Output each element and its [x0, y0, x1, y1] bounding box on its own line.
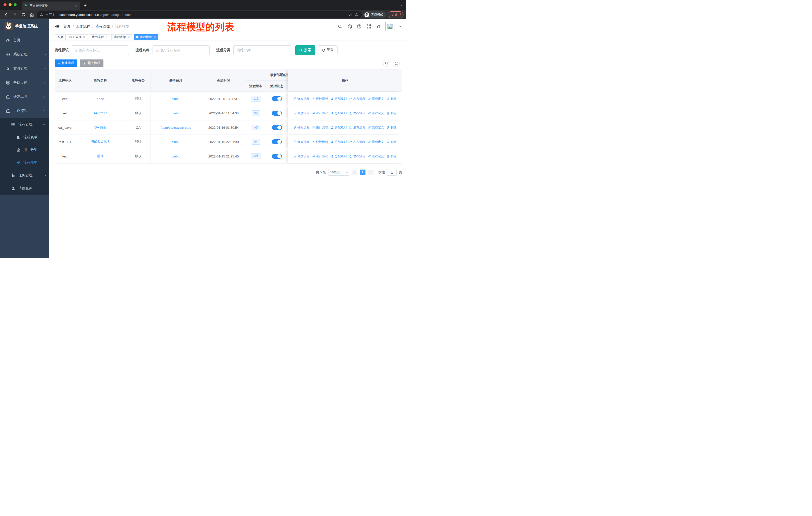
- publish-process-action[interactable]: 发布流程: [349, 154, 365, 159]
- tab-search-chevron-icon[interactable]: ⌄: [400, 3, 403, 6]
- active-toggle[interactable]: [272, 111, 282, 116]
- delete-action[interactable]: 删除: [387, 140, 397, 144]
- process-definition-action[interactable]: 流程定义: [368, 97, 384, 101]
- version-badge[interactable]: v5: [252, 125, 260, 130]
- tag-close-icon[interactable]: ✕: [127, 35, 129, 39]
- avatar[interactable]: [385, 22, 395, 31]
- edit-process-action[interactable]: 修改流程: [293, 154, 309, 159]
- process-name-link[interactable]: 测试多审批人: [91, 140, 110, 144]
- active-toggle[interactable]: [272, 154, 282, 159]
- edit-process-action[interactable]: 修改流程: [293, 140, 309, 144]
- sidebar-item-process-model[interactable]: 流程模型: [0, 156, 49, 169]
- process-name-input[interactable]: [152, 45, 210, 55]
- breadcrumb-process-management[interactable]: 流程管理: [96, 24, 110, 29]
- publish-process-action[interactable]: 发布流程: [349, 111, 365, 115]
- sidebar-item-payment[interactable]: ¥ 支付管理: [0, 61, 49, 76]
- minimize-window-button[interactable]: [8, 3, 11, 6]
- current-page[interactable]: 1: [360, 169, 366, 175]
- process-definition-action[interactable]: 流程定义: [368, 111, 384, 115]
- design-process-action[interactable]: 设计流程: [312, 154, 328, 159]
- form-info-link[interactable]: biubiu: [171, 155, 180, 158]
- sidebar-item-workflow[interactable]: 工作流程: [0, 104, 49, 118]
- version-badge[interactable]: v17: [251, 96, 261, 102]
- tag-close-icon[interactable]: ✕: [105, 35, 108, 39]
- tag-tenant[interactable]: 租户管理✕: [67, 34, 88, 40]
- tag-home[interactable]: 首页: [55, 34, 66, 40]
- process-id-input[interactable]: [72, 45, 129, 55]
- address-bar[interactable]: 不安全 dashboard.yudao.iocoder.cn/bpm/manag…: [37, 11, 362, 18]
- sidebar-item-leave-query[interactable]: 请假查询: [0, 182, 49, 195]
- sidebar-item-process-management[interactable]: 流程管理: [0, 118, 49, 131]
- sidebar-item-home[interactable]: 首页: [0, 33, 49, 47]
- process-definition-action[interactable]: 流程定义: [368, 126, 384, 130]
- search-button[interactable]: 搜索: [295, 45, 315, 55]
- breadcrumb-workflow[interactable]: 工作流程: [76, 24, 90, 29]
- publish-process-action[interactable]: 发布流程: [349, 126, 365, 130]
- active-toggle[interactable]: [272, 139, 282, 144]
- active-toggle[interactable]: [272, 125, 282, 130]
- page-size-select[interactable]: 10条/页: [328, 169, 349, 175]
- assign-rule-action[interactable]: 分配规则: [331, 140, 347, 144]
- create-process-button[interactable]: + 新建流程: [55, 59, 77, 67]
- password-key-icon[interactable]: [348, 12, 352, 17]
- form-info-link[interactable]: /bpm/oa/leave/create: [161, 126, 191, 130]
- design-process-action[interactable]: 设计流程: [312, 140, 328, 144]
- publish-process-action[interactable]: 发布流程: [349, 97, 365, 101]
- edit-process-action[interactable]: 修改流程: [293, 126, 309, 130]
- sidebar-logo-row[interactable]: 芋道管理系统: [0, 19, 49, 33]
- next-page-button[interactable]: ›: [368, 169, 374, 175]
- version-badge[interactable]: v21: [251, 154, 261, 159]
- prev-page-button[interactable]: ‹: [352, 169, 357, 175]
- version-badge[interactable]: v4: [252, 139, 260, 145]
- assign-rule-action[interactable]: 分配规则: [331, 126, 347, 130]
- tag-close-icon[interactable]: ✕: [153, 35, 156, 39]
- home-icon[interactable]: [28, 11, 35, 18]
- assign-rule-action[interactable]: 分配规则: [331, 97, 347, 101]
- form-info-link[interactable]: biubiu: [171, 97, 180, 101]
- tab-close-icon[interactable]: ✕: [75, 4, 78, 8]
- process-definition-action[interactable]: 流程定义: [368, 154, 384, 159]
- tag-process-model[interactable]: 流程模型✕: [134, 34, 158, 40]
- edit-process-action[interactable]: 修改流程: [293, 97, 309, 101]
- sidebar-item-task-management[interactable]: 任务管理: [0, 169, 49, 182]
- process-name-link[interactable]: 自己审批: [94, 111, 107, 115]
- breadcrumb-home[interactable]: 首页: [63, 24, 70, 29]
- design-process-action[interactable]: 设计流程: [312, 126, 328, 130]
- assign-rule-action[interactable]: 分配规则: [331, 154, 347, 159]
- tag-process-form[interactable]: 流程表单✕: [111, 34, 132, 40]
- help-icon[interactable]: [357, 24, 362, 29]
- update-browser-button[interactable]: 更新: [388, 11, 404, 18]
- forward-icon[interactable]: [11, 11, 18, 18]
- new-tab-button[interactable]: +: [84, 3, 87, 8]
- form-info-link[interactable]: biubiu: [171, 111, 180, 115]
- tag-close-icon[interactable]: ✕: [83, 35, 85, 39]
- bookmark-star-icon[interactable]: [354, 12, 359, 17]
- design-process-action[interactable]: 设计流程: [312, 111, 328, 115]
- hide-search-button[interactable]: [383, 60, 390, 67]
- fullscreen-icon[interactable]: [366, 24, 371, 29]
- sidebar-item-system[interactable]: 系统管理: [0, 47, 49, 61]
- maximize-window-button[interactable]: [13, 3, 17, 6]
- sidebar-item-user-group[interactable]: 用户分组: [0, 144, 49, 156]
- process-category-select[interactable]: 流程分类: [233, 45, 291, 55]
- avatar-caret-icon[interactable]: [399, 26, 402, 27]
- browser-tab[interactable]: 芋道管理系统 ✕: [22, 1, 80, 10]
- back-icon[interactable]: [2, 11, 9, 18]
- delete-action[interactable]: 删除: [387, 154, 397, 159]
- delete-action[interactable]: 删除: [387, 97, 397, 101]
- sidebar-item-process-form[interactable]: 流程表单: [0, 131, 49, 144]
- search-icon[interactable]: [338, 24, 343, 29]
- process-definition-action[interactable]: 流程定义: [368, 140, 384, 144]
- process-name-link[interactable]: 滔博: [97, 154, 104, 159]
- tag-my-process[interactable]: 我的流程✕: [89, 34, 110, 40]
- edit-process-action[interactable]: 修改流程: [293, 111, 309, 115]
- form-info-link[interactable]: biubiu: [171, 140, 180, 144]
- sidebar-item-dev-tools[interactable]: 研发工具: [0, 90, 49, 104]
- version-badge[interactable]: v2: [252, 110, 260, 116]
- process-name-link[interactable]: OA 请假: [94, 125, 107, 130]
- sidebar-item-infrastructure[interactable]: 基础设施: [0, 76, 49, 90]
- sidebar-collapse-icon[interactable]: [54, 24, 59, 29]
- reset-button[interactable]: 重置: [318, 45, 338, 55]
- active-toggle[interactable]: [272, 96, 282, 101]
- delete-action[interactable]: 删除: [387, 126, 397, 130]
